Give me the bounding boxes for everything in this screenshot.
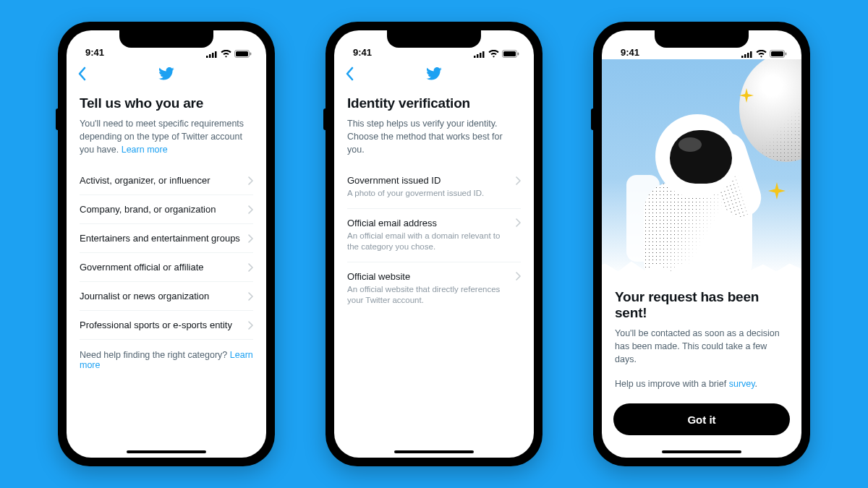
category-government[interactable]: Government official or affiliate bbox=[80, 253, 253, 282]
cellular-signal-icon bbox=[474, 51, 485, 58]
row-label: Activist, organizer, or influencer bbox=[80, 175, 210, 186]
svg-rect-16 bbox=[747, 53, 749, 58]
chevron-right-icon bbox=[247, 176, 253, 185]
row-subtext: An official email with a domain relevant… bbox=[347, 231, 521, 253]
back-button[interactable] bbox=[77, 67, 87, 81]
svg-rect-20 bbox=[786, 53, 787, 56]
page-lead: This step helps us verify your identity.… bbox=[347, 117, 521, 156]
status-bar: 9:41 bbox=[602, 30, 801, 59]
back-button[interactable] bbox=[344, 67, 354, 81]
category-company[interactable]: Company, brand, or organization bbox=[80, 195, 253, 224]
chevron-right-icon bbox=[515, 272, 521, 281]
battery-icon bbox=[234, 50, 252, 58]
category-journalist[interactable]: Journalist or news organization bbox=[80, 282, 253, 311]
help-after: . bbox=[755, 379, 757, 389]
category-sports[interactable]: Professional sports or e-sports entity bbox=[80, 311, 253, 340]
astronaut-illustration bbox=[613, 95, 758, 276]
category-activist[interactable]: Activist, organizer, or influencer bbox=[80, 166, 253, 195]
svg-rect-0 bbox=[206, 56, 208, 58]
row-label: Journalist or news organization bbox=[80, 291, 209, 301]
survey-help-text: Help us improve with a brief survey. bbox=[615, 379, 788, 389]
wifi-icon bbox=[221, 50, 231, 58]
phone-screen-3: 9:41 Your req bbox=[602, 30, 801, 458]
battery-icon bbox=[502, 50, 519, 58]
page-title: Tell us who you are bbox=[80, 95, 253, 111]
svg-rect-5 bbox=[236, 51, 248, 56]
help-before: Help us improve with a brief bbox=[615, 379, 729, 389]
row-label: Official email address bbox=[347, 218, 437, 228]
row-subtext: An official website that directly refere… bbox=[347, 284, 521, 307]
status-right bbox=[206, 50, 252, 58]
row-label: Company, brand, or organization bbox=[80, 204, 216, 215]
option-official-website[interactable]: Official website An official website tha… bbox=[347, 262, 521, 315]
twitter-bird-icon bbox=[426, 67, 442, 80]
cellular-signal-icon bbox=[206, 51, 218, 58]
svg-rect-3 bbox=[215, 51, 217, 58]
nav-bar bbox=[67, 59, 266, 88]
svg-rect-17 bbox=[750, 51, 752, 58]
status-bar: 9:41 bbox=[67, 30, 266, 59]
svg-rect-8 bbox=[477, 54, 479, 58]
row-label: Entertainers and entertainment groups bbox=[80, 233, 240, 244]
chevron-right-icon bbox=[515, 218, 521, 227]
status-bar: 9:41 bbox=[334, 30, 534, 59]
page-lead: You'll be contacted as soon as a decisio… bbox=[615, 327, 788, 366]
status-right bbox=[474, 50, 519, 58]
home-indicator bbox=[394, 450, 474, 453]
chevron-right-icon bbox=[247, 292, 253, 301]
svg-rect-1 bbox=[209, 54, 211, 58]
chevron-right-icon bbox=[247, 234, 253, 243]
svg-rect-9 bbox=[480, 53, 482, 58]
status-time: 9:41 bbox=[353, 47, 372, 58]
chevron-right-icon bbox=[247, 263, 253, 272]
svg-rect-13 bbox=[518, 53, 519, 56]
learn-more-link[interactable]: Learn more bbox=[122, 145, 168, 155]
row-label: Government issued ID bbox=[347, 175, 441, 186]
page-title: Identity verification bbox=[347, 95, 521, 111]
option-government-id[interactable]: Government issued ID A photo of your gov… bbox=[347, 166, 521, 209]
phone-screen-2: 9:41 Identity verification This step hel… bbox=[334, 30, 534, 458]
home-indicator bbox=[662, 450, 741, 453]
svg-rect-19 bbox=[771, 51, 783, 56]
verification-option-list: Government issued ID A photo of your gov… bbox=[347, 166, 521, 315]
hero-illustration bbox=[602, 59, 801, 276]
category-list: Activist, organizer, or influencer Compa… bbox=[80, 166, 253, 340]
status-time: 9:41 bbox=[621, 47, 639, 58]
svg-rect-10 bbox=[482, 51, 485, 58]
phone-frame-3: 9:41 Your req bbox=[593, 22, 810, 466]
content-area: Tell us who you are You'll need to meet … bbox=[67, 88, 266, 458]
wifi-icon bbox=[756, 50, 767, 58]
survey-link[interactable]: survey bbox=[729, 379, 755, 389]
option-official-email[interactable]: Official email address An official email… bbox=[347, 209, 521, 262]
svg-rect-12 bbox=[503, 51, 516, 56]
row-label: Professional sports or e-sports entity bbox=[80, 320, 232, 330]
phone-frame-2: 9:41 Identity verification This step hel… bbox=[326, 22, 542, 466]
stage: 9:41 bbox=[0, 0, 868, 488]
got-it-button[interactable]: Got it bbox=[613, 403, 790, 435]
content-area: Your request has been sent! You'll be co… bbox=[602, 276, 801, 389]
nav-bar bbox=[334, 59, 534, 88]
twitter-bird-icon bbox=[158, 67, 174, 80]
phone-screen-1: 9:41 bbox=[67, 30, 266, 458]
helper-text: Need help finding the right category? Le… bbox=[80, 350, 253, 370]
status-time: 9:41 bbox=[85, 47, 104, 58]
svg-rect-15 bbox=[744, 54, 746, 58]
chevron-right-icon bbox=[247, 321, 253, 330]
svg-rect-6 bbox=[250, 53, 252, 56]
page-title: Your request has been sent! bbox=[615, 289, 788, 321]
row-subtext: A photo of your goverment issued ID. bbox=[347, 188, 521, 200]
helper-before: Need help finding the right category? bbox=[80, 350, 230, 360]
chevron-right-icon bbox=[247, 205, 253, 214]
svg-rect-14 bbox=[741, 56, 744, 58]
chevron-right-icon bbox=[515, 176, 521, 185]
sparkle-icon bbox=[768, 182, 786, 200]
cellular-signal-icon bbox=[741, 51, 753, 58]
row-label: Government official or affiliate bbox=[80, 262, 204, 273]
category-entertainers[interactable]: Entertainers and entertainment groups bbox=[80, 224, 253, 253]
content-area: Identity verification This step helps us… bbox=[334, 88, 534, 458]
svg-rect-2 bbox=[212, 53, 214, 58]
svg-rect-7 bbox=[474, 56, 476, 58]
home-indicator bbox=[127, 450, 206, 453]
status-right bbox=[741, 50, 787, 58]
page-lead: You'll need to meet specific requirement… bbox=[80, 117, 253, 156]
